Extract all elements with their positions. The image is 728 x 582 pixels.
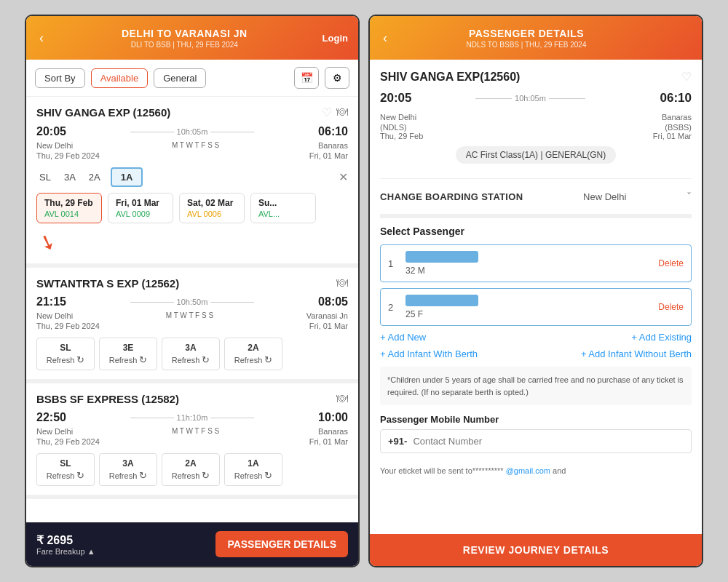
class-box-bsbs-sl-refresh[interactable]: Refresh ↻ <box>44 470 87 481</box>
add-infant-no-berth-link[interactable]: + Add Infant Without Berth <box>581 348 692 359</box>
days-swtantrta: M T W T F S S <box>166 311 213 320</box>
class-2a-tab[interactable]: 2A <box>86 170 103 184</box>
date-chip-sat[interactable]: Sat, 02 Mar AVL 0006 <box>179 193 245 223</box>
calendar-icon-button[interactable]: 📅 <box>294 67 319 89</box>
add-existing-link[interactable]: + Add Existing <box>631 332 692 343</box>
train-icons-swtantrta: 🍽 <box>336 276 348 290</box>
chevron-up-icon: ▲ <box>87 547 95 556</box>
date-chip-su[interactable]: Su... AVL... <box>250 193 316 223</box>
right-header: ‹ PASSENGER DETAILS NDLS TO BSBS | THU, … <box>370 16 702 60</box>
class-box-bsbs-3a-refresh[interactable]: Refresh ↻ <box>107 470 149 481</box>
class-sl-tab[interactable]: SL <box>36 170 54 184</box>
journey-dates-bsbs: Thu, 29 Feb 2024 Fri, 01 Mar <box>36 437 348 446</box>
class-box-bsbs-3a-label: 3A <box>107 458 149 469</box>
train-name-shiv-ganga: SHIV GANGA EXP (12560) <box>36 106 170 119</box>
left-back-button[interactable]: ‹ <box>36 28 47 49</box>
journey-row-shiv-ganga: 20:05 10h:05m 06:10 <box>36 125 348 138</box>
pd-dep-station: New Delhi <box>380 113 423 121</box>
arr-time-shiv-ganga: 06:10 <box>312 125 348 138</box>
dep-time-bsbs: 22:50 <box>36 411 73 424</box>
refresh-sl-icon: ↻ <box>76 354 84 365</box>
class-box-3a-refresh[interactable]: Refresh ↻ <box>170 354 212 365</box>
class-box-2a[interactable]: 2A Refresh ↻ <box>224 338 282 370</box>
class-box-2a-refresh[interactable]: Refresh ↻ <box>232 354 274 365</box>
heart-icon-shiv-ganga[interactable]: ♡ <box>322 105 332 119</box>
dep-station-swtantrta: New Delhi <box>36 311 73 320</box>
fare-amount: ₹ 2695 <box>36 533 95 547</box>
fare-info: ₹ 2695 Fare Breakup ▲ <box>36 533 95 556</box>
class-box-bsbs-1a-refresh[interactable]: Refresh ↻ <box>232 470 274 481</box>
add-new-link[interactable]: + Add New <box>380 332 426 343</box>
right-header-center: PASSENGER DETAILS NDLS TO BSBS | THU, 29… <box>390 28 662 49</box>
refresh-bsbs-sl-icon: ↻ <box>76 470 84 481</box>
class-box-2a-label: 2A <box>232 343 274 353</box>
class-box-bsbs-3a[interactable]: 3A Refresh ↻ <box>99 453 157 486</box>
add-infant-row: + Add Infant With Berth + Add Infant Wit… <box>380 348 692 359</box>
class-3a-tab[interactable]: 3A <box>61 170 79 184</box>
thick-divider-1 <box>380 214 692 218</box>
passenger-row-2: 2 25 F Delete <box>380 288 692 326</box>
refresh-bsbs-1a-icon: ↻ <box>264 470 272 481</box>
class-box-bsbs-sl[interactable]: SL Refresh ↻ <box>36 453 95 486</box>
review-journey-button[interactable]: REVIEW JOURNEY DETAILS <box>370 534 702 566</box>
train-header-shiv-ganga: SHIV GANGA EXP (12560) ♡ 🍽 <box>36 105 348 119</box>
class-box-bsbs-2a[interactable]: 2A Refresh ↻ <box>162 453 220 486</box>
arr-date-bsbs: Fri, 01 Mar <box>309 437 348 446</box>
heart-icon-right[interactable]: ♡ <box>681 70 692 84</box>
date-chip-thu[interactable]: Thu, 29 Feb AVL 0014 <box>36 193 102 223</box>
arr-date-shiv-ganga: Fri, 01 Mar <box>309 151 348 160</box>
class-box-sl[interactable]: SL Refresh ↻ <box>36 338 95 370</box>
date-chip-su-avl: AVL... <box>258 210 308 218</box>
class-box-bsbs-1a[interactable]: 1A Refresh ↻ <box>224 453 282 486</box>
pd-dep-time: 20:05 <box>380 91 420 105</box>
general-filter-button[interactable]: General <box>154 68 206 88</box>
passenger-num-1: 1 <box>388 258 398 269</box>
add-infant-berth-link[interactable]: + Add Infant With Berth <box>380 348 478 359</box>
date-chip-fri[interactable]: Fri, 01 Mar AVL 0009 <box>108 193 173 223</box>
passenger-row-1: 1 32 M Delete <box>380 244 692 282</box>
delete-passenger-1-button[interactable]: Delete <box>658 258 684 268</box>
class-close-button[interactable]: ✕ <box>339 170 348 184</box>
pd-arr-station: Banaras <box>653 113 692 121</box>
country-code: +91- <box>388 436 407 447</box>
add-passenger-row: + Add New + Add Existing <box>380 332 692 343</box>
refresh-3e-icon: ↻ <box>139 354 147 365</box>
pd-duration: 10h:05m <box>420 91 641 103</box>
boarding-row[interactable]: CHANGE BOARDING STATION New Delhi ˅ <box>380 186 692 207</box>
class-boxes-swtantrta: SL Refresh ↻ 3E Refresh ↻ 3A <box>36 338 348 370</box>
date-chip-fri-avl: AVL 0009 <box>116 210 165 218</box>
right-back-button[interactable]: ‹ <box>380 28 390 49</box>
class-box-3a[interactable]: 3A Refresh ↻ <box>162 338 220 370</box>
refresh-bsbs-3a-icon: ↻ <box>139 470 147 481</box>
filter-icon-button[interactable]: ⚙ <box>325 67 349 89</box>
fare-breakup[interactable]: Fare Breakup ▲ <box>36 547 95 556</box>
login-button[interactable]: Login <box>323 33 348 44</box>
passenger-details-button[interactable]: PASSENGER DETAILS <box>215 531 348 557</box>
mobile-section: Passenger Mobile Number +91- <box>380 414 692 453</box>
class-box-bsbs-2a-refresh[interactable]: Refresh ↻ <box>170 470 212 481</box>
pd-station-row: New Delhi (NDLS) Thu, 29 Feb Banaras (BS… <box>380 111 692 140</box>
journey-row-swtantrta: 21:15 10h:50m 08:05 <box>36 295 348 308</box>
arr-time-bsbs: 10:00 <box>312 411 348 424</box>
class-badge-row: AC First Class(1A) | GENERAL(GN) <box>380 140 692 170</box>
delete-passenger-2-button[interactable]: Delete <box>658 302 684 312</box>
available-filter-button[interactable]: Available <box>91 68 149 88</box>
class-box-3e-refresh[interactable]: Refresh ↻ <box>107 354 149 365</box>
passenger-num-2: 2 <box>388 302 398 313</box>
right-phone-screen: ‹ PASSENGER DETAILS NDLS TO BSBS | THU, … <box>368 15 703 567</box>
date-chip-thu-label: Thu, 29 Feb <box>44 198 94 208</box>
mobile-input[interactable] <box>413 436 684 447</box>
class-box-3e[interactable]: 3E Refresh ↻ <box>99 338 157 370</box>
passenger-train-name: SHIV GANGA EXP(12560) <box>380 71 520 84</box>
boarding-chevron-icon[interactable]: ˅ <box>687 191 692 202</box>
class-box-sl-refresh[interactable]: Refresh ↻ <box>44 354 87 365</box>
mobile-label: Passenger Mobile Number <box>380 414 692 425</box>
meal-icon-swtantrta: 🍽 <box>336 276 348 290</box>
dep-station-bsbs: New Delhi <box>36 427 73 436</box>
days-shiv-ganga: M T W T F S S <box>172 141 219 150</box>
left-phone-screen: ‹ DELHI TO VARANASI JN DLI TO BSB | THU,… <box>25 15 360 567</box>
sort-by-button[interactable]: Sort By <box>35 68 85 88</box>
dep-date-shiv-ganga: Thu, 29 Feb 2024 <box>36 151 100 160</box>
class-1a-tab[interactable]: 1A <box>111 167 143 187</box>
dep-date-swtantrta: Thu, 29 Feb 2024 <box>36 322 100 330</box>
